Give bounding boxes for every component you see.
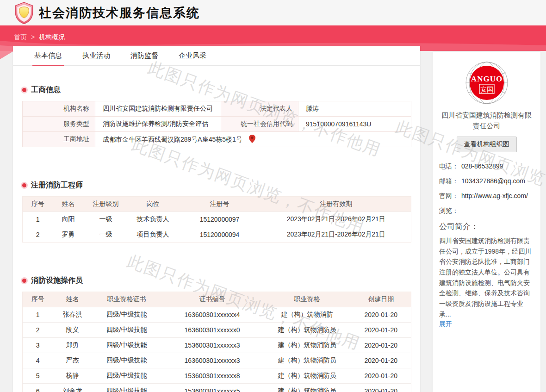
- contact-value: http://www.ag-xfjc.com/: [461, 191, 534, 201]
- address-cell: 成都市金牛区羊西线蜀汉路289号A座45栋5楼1号: [95, 132, 411, 147]
- cell-cert-number: 153600301xxxxxx8: [161, 368, 263, 384]
- business-info-section: 工商信息 机构名称 四川省安国建筑消防检测有限责任公司 法定代表人 滕涛 服务类…: [13, 85, 420, 147]
- engineers-header-row: 序号姓名注册级别岗位注册号注册有效期: [23, 197, 411, 212]
- table-row: 6 刘金龙 四级/中级技能 153600301xxxxxx5 建（构）筑物消防员…: [23, 384, 411, 392]
- cell-reg-number: 15120000097: [178, 212, 261, 227]
- cell-name: 段义: [53, 323, 92, 338]
- cell-name: 张春洪: [53, 307, 92, 323]
- cell-certificate: 四级/中级技能: [92, 323, 161, 338]
- table-row: 1 张春洪 四级/中级技能 163600301xxxxxx4 建（构）筑物消防 …: [23, 307, 411, 323]
- company-profile-text: 四川省安国建筑消防检测有限责任公司，成立于1998年，经四川省公安消防总队批准，…: [439, 236, 534, 319]
- table-row: 4 严杰 四级/中级技能 163600301xxxxxx3 建（构）筑物消防员 …: [23, 353, 411, 368]
- business-info-title: 工商信息: [22, 85, 411, 95]
- engineers-section: 注册消防工程师 序号姓名注册级别岗位注册号注册有效期 1 向阳 一级: [13, 180, 420, 243]
- cell-cert-number: 153600301xxxxxx3: [161, 338, 263, 353]
- expand-link[interactable]: 展开: [439, 320, 452, 329]
- table-row: 2 段义 四级/中级技能 163600301xxxxxx0 建（构）筑物消防员 …: [23, 323, 411, 338]
- credit-code-label: 统一社会信用代码: [221, 117, 298, 132]
- cell-certificate: 四级/中级技能: [92, 353, 161, 368]
- cell-name: 严杰: [53, 353, 92, 368]
- contact-value: 028-86532899: [461, 162, 534, 171]
- company-name: 四川省安国建筑消防检测有限责任公司: [439, 110, 534, 131]
- org-name-label: 机构名称: [23, 101, 95, 117]
- cell-certificate: 四级/中级技能: [92, 307, 161, 323]
- operators-table: 序号姓名职业资格证书证书编号职业资格创建日期 1 张春洪 四级/中级技能 163…: [22, 292, 411, 392]
- tab-basic-info[interactable]: 基本信息: [32, 51, 64, 65]
- column-header: 序号: [23, 197, 53, 212]
- legal-rep-value: 滕涛: [298, 101, 411, 117]
- operators-header-row: 序号姓名职业资格证书证书编号职业资格创建日期: [23, 292, 411, 307]
- contact-label: 官网：: [439, 191, 461, 201]
- cell-position: 项目负责人: [128, 227, 178, 243]
- contact-value: [461, 206, 534, 216]
- credit-code-value: 91510000709161143U: [298, 117, 411, 132]
- cell-certificate: 四级/中级技能: [92, 338, 161, 353]
- svg-text:ANGUO: ANGUO: [471, 75, 502, 83]
- cell-qualification: 建（构）筑物消防员: [263, 353, 351, 368]
- breadcrumb-home-link[interactable]: 首页: [14, 33, 27, 41]
- operators-section: 消防设施操作员 序号姓名职业资格证书证书编号职业资格创建日期 1 张春洪 四级/…: [13, 276, 420, 392]
- cell-cert-number: 163600301xxxxxx0: [161, 323, 263, 338]
- contact-row: 官网： http://www.ag-xfjc.com/: [439, 191, 534, 201]
- column-header: 岗位: [128, 197, 178, 212]
- column-header: 职业资格: [263, 292, 351, 307]
- cell-cert-number: 163600301xxxxxx3: [161, 353, 263, 368]
- engineers-title-text: 注册消防工程师: [31, 180, 83, 190]
- tab-practice-activity[interactable]: 执业活动: [81, 51, 112, 65]
- company-sidebar: ANGUO 安国 四川省安国建筑消防检测有限责任公司 查看机构组织图 电话： 0…: [433, 52, 540, 392]
- cell-create-date: 2020-01-20: [351, 353, 411, 368]
- page: 社会消防技术服务信息系统 首页 > 机构概况 基本信息 执业活动 消防监督 企业…: [0, 0, 546, 392]
- view-org-chart-button[interactable]: 查看机构组织图: [457, 137, 517, 152]
- engineers-title: 注册消防工程师: [22, 180, 411, 190]
- cell-qualification: 建（构）筑物消防: [263, 307, 351, 323]
- section-bullet-icon: [22, 279, 26, 283]
- breadcrumb-current: 机构概况: [39, 33, 65, 41]
- cell-index: 3: [23, 338, 53, 353]
- svg-text:安国: 安国: [480, 86, 493, 93]
- map-pin-icon[interactable]: [249, 135, 255, 143]
- engineers-body: 1 向阳 一级 技术负责人 15120000097 2023年02月21日-20…: [23, 212, 411, 243]
- cell-level: 一级: [84, 212, 128, 227]
- tab-bar: 基本信息 执业活动 消防监督 企业风采: [13, 46, 420, 66]
- operators-title-text: 消防设施操作员: [31, 276, 83, 286]
- tab-fire-supervision[interactable]: 消防监督: [129, 51, 160, 65]
- business-info-table: 机构名称 四川省安国建筑消防检测有限责任公司 法定代表人 滕涛 服务类型 消防设…: [22, 101, 411, 147]
- address-value: 成都市金牛区羊西线蜀汉路289号A座45栋5楼1号: [103, 136, 242, 143]
- contact-row: 浏览：: [439, 206, 534, 216]
- column-header: 姓名: [53, 292, 92, 307]
- cell-name: 杨静: [53, 368, 92, 384]
- cell-name: 刘金龙: [53, 384, 92, 392]
- contact-row: 电话： 028-86532899: [439, 162, 534, 171]
- main-content-card: 基本信息 执业活动 消防监督 企业风采 工商信息 机构名称 四川省安国建筑消防检…: [13, 46, 420, 392]
- cell-index: 5: [23, 368, 53, 384]
- column-header: 证书编号: [161, 292, 263, 307]
- section-bullet-icon: [22, 183, 26, 187]
- cell-create-date: 2020-01-20: [351, 384, 411, 392]
- org-name-value: 四川省安国建筑消防检测有限责任公司: [95, 101, 221, 117]
- band-corner-decoration: [0, 51, 14, 59]
- column-header: 创建日期: [351, 292, 411, 307]
- contact-label: 邮箱：: [439, 176, 461, 186]
- cell-index: 2: [23, 323, 53, 338]
- table-row: 机构名称 四川省安国建筑消防检测有限责任公司 法定代表人 滕涛: [23, 101, 411, 117]
- column-header: 职业资格证书: [92, 292, 161, 307]
- address-label: 工商地址: [23, 132, 95, 147]
- column-header: 注册有效期: [261, 197, 411, 212]
- service-type-value: 消防设施维护保养检测/消防安全评估: [95, 117, 221, 132]
- cell-index: 2: [23, 227, 53, 243]
- cell-level: 一级: [84, 227, 128, 243]
- engineers-table: 序号姓名注册级别岗位注册号注册有效期 1 向阳 一级 技术负责人 1512000…: [22, 196, 411, 243]
- cell-reg-number: 15120000094: [178, 227, 261, 243]
- business-info-title-text: 工商信息: [31, 85, 61, 95]
- contact-label: 浏览：: [439, 206, 461, 216]
- table-row: 2 罗勇 一级 项目负责人 15120000094 2023年02月21日-20…: [23, 227, 411, 243]
- table-row: 1 向阳 一级 技术负责人 15120000097 2023年02月21日-20…: [23, 212, 411, 227]
- cell-position: 技术负责人: [128, 212, 178, 227]
- column-header: 姓名: [53, 197, 84, 212]
- cell-cert-number: 153600301xxxxxx5: [161, 384, 263, 392]
- column-header: 注册级别: [84, 197, 128, 212]
- table-row: 5 杨静 四级/中级技能 153600301xxxxxx8 建（构）筑物消防员 …: [23, 368, 411, 384]
- tab-company-showcase[interactable]: 企业风采: [177, 51, 208, 65]
- cell-index: 6: [23, 384, 53, 392]
- cell-name: 罗勇: [53, 227, 84, 243]
